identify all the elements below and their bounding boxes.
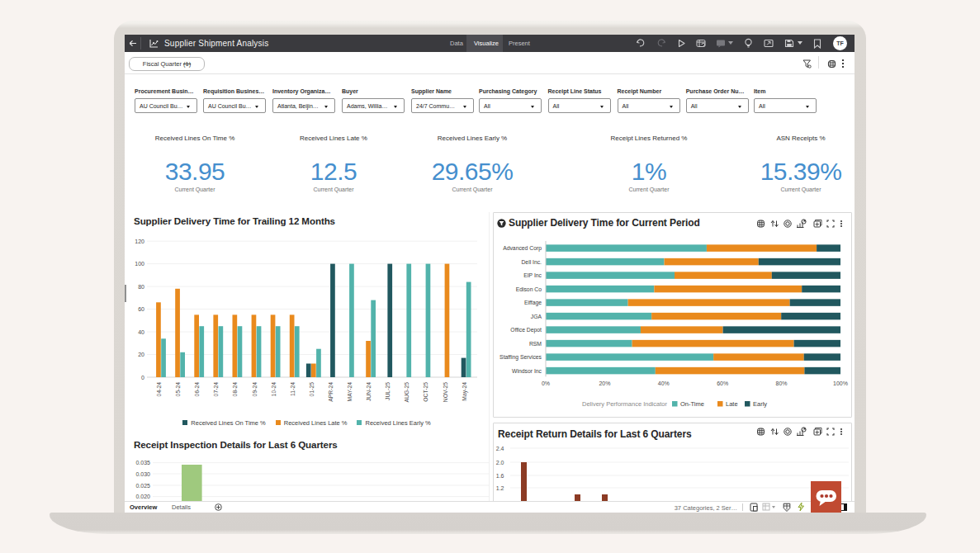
- svg-text:0: 0: [141, 375, 144, 380]
- svg-text:11-24: 11-24: [290, 382, 296, 396]
- svg-text:AUG-25: AUG-25: [404, 382, 410, 403]
- svg-text:0.035: 0.035: [135, 460, 150, 466]
- svg-text:NOV-25: NOV-25: [443, 382, 448, 402]
- svg-text:0.020: 0.020: [135, 494, 150, 499]
- svg-text:Eiffage: Eiffage: [524, 300, 542, 306]
- svg-text:Edison Co: Edison Co: [516, 286, 542, 292]
- svg-text:1.6: 1.6: [496, 473, 504, 479]
- svg-text:80%: 80%: [776, 380, 788, 386]
- svg-text:JUN-24: JUN-24: [366, 382, 372, 401]
- svg-text:1.2: 1.2: [496, 485, 504, 491]
- svg-text:Late: Late: [726, 400, 738, 408]
- svg-text:120: 120: [135, 239, 144, 244]
- svg-text:APR-24: APR-24: [328, 382, 334, 402]
- svg-text:60%: 60%: [717, 380, 728, 386]
- svg-text:20: 20: [138, 352, 144, 357]
- svg-text:01-25: 01-25: [309, 382, 315, 397]
- svg-text:20%: 20%: [599, 380, 610, 386]
- svg-text:JGA: JGA: [531, 314, 542, 319]
- svg-text:May-24: May-24: [462, 382, 468, 401]
- svg-text:40%: 40%: [658, 380, 670, 386]
- svg-text:10-24: 10-24: [271, 382, 277, 397]
- svg-text:RSM: RSM: [529, 341, 542, 347]
- svg-text:Office Depot: Office Depot: [510, 327, 542, 333]
- svg-text:Early: Early: [753, 400, 767, 408]
- svg-text:Delivery Performance Indicator: Delivery Performance Indicator: [582, 400, 667, 408]
- svg-text:MAY-24: MAY-24: [347, 382, 353, 402]
- svg-text:05-24: 05-24: [175, 382, 181, 397]
- svg-text:Staffing Services: Staffing Services: [499, 354, 542, 361]
- svg-text:07-24: 07-24: [213, 382, 219, 397]
- svg-text:EIP Inc: EIP Inc: [523, 272, 542, 278]
- svg-text:100: 100: [135, 261, 144, 267]
- svg-text:06-24: 06-24: [194, 382, 200, 397]
- svg-text:09-24: 09-24: [252, 382, 258, 397]
- svg-text:0%: 0%: [542, 380, 550, 386]
- svg-text:04-24: 04-24: [156, 382, 162, 397]
- svg-text:0.025: 0.025: [135, 483, 150, 489]
- svg-text:100%: 100%: [833, 380, 848, 386]
- svg-text:OCT-25: OCT-25: [423, 382, 428, 402]
- svg-text:Dell Inc.: Dell Inc.: [521, 259, 542, 265]
- svg-text:JUL-25: JUL-25: [385, 382, 391, 400]
- svg-text:Windsor Inc: Windsor Inc: [512, 368, 542, 374]
- svg-text:2.0: 2.0: [496, 460, 504, 466]
- svg-text:2.4: 2.4: [496, 446, 504, 451]
- svg-text:40: 40: [138, 329, 144, 335]
- svg-text:Advanced Corp: Advanced Corp: [503, 245, 542, 252]
- svg-text:08-24: 08-24: [232, 382, 238, 397]
- svg-text:60: 60: [138, 306, 144, 312]
- svg-text:0.030: 0.030: [135, 471, 150, 477]
- svg-text:On-Time: On-Time: [680, 400, 704, 408]
- svg-text:80: 80: [138, 284, 144, 290]
